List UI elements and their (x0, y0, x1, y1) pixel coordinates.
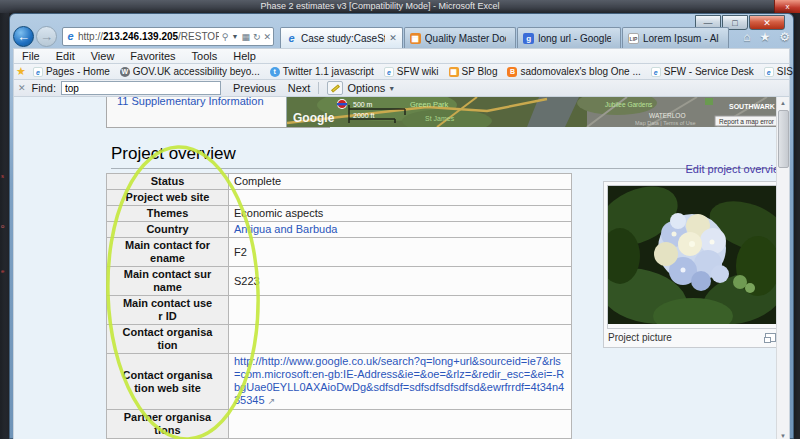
background-window-title: Phase 2 estimates v3 [Compatibility Mode… (0, 0, 760, 13)
menu-file[interactable]: File (14, 50, 48, 62)
svg-text:WATERLOO: WATERLOO (649, 112, 685, 119)
ie-doc-icon: e (764, 67, 774, 77)
svg-text:SOUTHWARK: SOUTHWARK (729, 103, 775, 110)
table-row: Project web site (107, 190, 572, 206)
ie-doc-icon: e (33, 67, 43, 77)
ie-doc-icon: e (651, 67, 661, 77)
tab-case-study[interactable]: e Case study:CaseStudy 2 - R... ✕ (280, 27, 403, 48)
svg-text:Jubilee Gardens: Jubilee Gardens (605, 101, 653, 108)
tab-bar: e Case study:CaseStudy 2 - R... ✕ ▦ Qual… (280, 27, 730, 48)
highlighter-icon (332, 84, 341, 92)
find-bar: ✕ Find: Previous Next Options ▼ (13, 79, 790, 97)
google-favicon: g (523, 33, 534, 44)
lipsum-favicon: LIP (628, 33, 639, 44)
home-icon[interactable]: ⌂ (743, 30, 750, 44)
background-window-edge: soe (0, 13, 9, 439)
menu-help[interactable]: Help (225, 50, 264, 62)
favorite-sis[interactable]: e SIS (761, 66, 796, 77)
ie-favicon: e (286, 33, 297, 44)
scroll-down-icon[interactable]: ▼ (777, 430, 789, 439)
table-row: Main contact for enameF2 (107, 238, 572, 267)
favorite-sadomovalex[interactable]: B sadomovalex's blog One ... (504, 66, 643, 77)
background-window-titlebar: Phase 2 estimates v3 [Compatibility Mode… (0, 0, 800, 13)
favorite-service-desk[interactable]: e SFW - Service Desk (648, 66, 757, 77)
favorite-govuk[interactable]: W GOV.UK accessibility beyo... (117, 66, 263, 77)
add-favorite-icon[interactable]: ★ (16, 65, 26, 78)
chevron-down-icon: ▼ (388, 85, 395, 92)
tab-lorem-ipsum[interactable]: LIP Lorem Ipsum - All the facts - L... (622, 27, 729, 48)
edit-project-overview-link[interactable]: Edit project overview (686, 163, 788, 175)
svg-text:500 m: 500 m (353, 101, 373, 108)
country-link[interactable]: Antigua and Barbuda (234, 223, 337, 235)
project-picture-frame: Project picture (603, 181, 781, 348)
table-row: CountryAntigua and Barbuda (107, 222, 572, 238)
menu-view[interactable]: View (83, 50, 123, 62)
find-previous-button[interactable]: Previous (233, 82, 276, 94)
svg-text:St James: St James (425, 115, 455, 122)
navigation-bar: ← → e http://213.246.139.205/RESTOREwiki… (13, 25, 790, 48)
table-row: StatusComplete (107, 174, 572, 190)
table-row: Contact organisa tion (107, 325, 572, 354)
forward-button[interactable]: → (36, 26, 57, 47)
map-embed[interactable]: Google 500 m 2000 ft Green Park St James… (286, 97, 788, 127)
browser-window: — □ ✕ ← → e http://213.246.139.205/RESTO… (9, 13, 794, 439)
twitter-icon: t (270, 67, 280, 77)
address-url[interactable]: http://213.246.139.205/RESTOREwiki-dev/i… (78, 31, 219, 42)
wordpress-icon: W (120, 67, 130, 77)
ie-page-icon: e (65, 31, 76, 42)
address-dropdown-icon[interactable]: ▼ (231, 33, 238, 40)
ie-doc-icon: e (384, 67, 394, 77)
external-link-icon: ↗ (268, 396, 276, 406)
picture-caption: Project picture (608, 332, 672, 343)
table-row: Main contact use r ID (107, 296, 572, 325)
favorite-sfw-wiki[interactable]: e SFW wiki (381, 66, 442, 77)
favorites-bar: ★ e Pages - Home W GOV.UK accessibility … (13, 63, 790, 79)
find-close-icon[interactable]: ✕ (18, 83, 26, 93)
project-picture-image[interactable] (608, 186, 776, 324)
background-close-icon[interactable]: x (774, 0, 800, 13)
organisation-website-link[interactable]: http://http://www.google.co.uk/search?q=… (234, 355, 564, 406)
menu-favorites[interactable]: Favorites (122, 50, 183, 62)
address-bar[interactable]: e http://213.246.139.205/RESTOREwiki-dev… (62, 27, 274, 46)
tab-close-icon[interactable]: ✕ (389, 33, 397, 43)
tools-gear-icon[interactable]: ⚙ (779, 30, 790, 44)
svg-text:2000 ft: 2000 ft (353, 112, 374, 119)
highlight-all-button[interactable] (327, 81, 343, 95)
table-row: Main contact sur nameS223 (107, 267, 572, 296)
scrollbar-thumb[interactable] (778, 110, 789, 168)
scroll-up-icon[interactable]: ▲ (777, 97, 789, 110)
stop-icon[interactable]: ✕ (263, 32, 271, 42)
project-overview-table: StatusComplete Project web site ThemesEc… (106, 173, 572, 439)
find-input[interactable] (61, 81, 221, 95)
find-label: Find: (32, 82, 56, 94)
magnify-icon[interactable] (765, 333, 776, 342)
table-row: Contact organisa tion web sitehttp://htt… (107, 354, 572, 410)
search-icon[interactable]: ⚲ (222, 32, 229, 42)
menu-bar: File Edit View Favorites Tools Help (13, 48, 790, 63)
menu-edit[interactable]: Edit (48, 50, 83, 62)
blogger-icon: B (507, 67, 517, 77)
table-row: ThemesEconomic aspects (107, 206, 572, 222)
menu-tools[interactable]: Tools (184, 50, 226, 62)
page-content: 10 Additional links and references 11 Su… (13, 97, 790, 439)
report-map-error-link: Report a map error (719, 118, 775, 126)
svg-text:Green Park: Green Park (410, 100, 449, 109)
favorites-star-icon[interactable]: ★ (759, 30, 770, 44)
favorite-twitter[interactable]: t Twitter 1.1 javascript (267, 66, 377, 77)
svg-text:Map Data | Terms of Use: Map Data | Terms of Use (635, 120, 696, 126)
map-image: Google 500 m 2000 ft Green Park St James… (287, 97, 788, 127)
sharepoint-favicon: ▦ (410, 33, 421, 44)
refresh-icon[interactable]: ↻ (253, 32, 261, 42)
tab-google-search[interactable]: g long url - Google Search (517, 27, 621, 48)
find-next-button[interactable]: Next (288, 82, 311, 94)
table-row: Partner organisa tions (107, 410, 572, 439)
sp-blog-icon: ▦ (449, 67, 459, 77)
find-options-button[interactable]: Options (347, 82, 385, 94)
back-button[interactable]: ← (13, 26, 34, 47)
svg-text:Google: Google (293, 111, 335, 125)
favorite-sp-blog[interactable]: ▦ SP Blog (446, 66, 501, 77)
tab-quality-master[interactable]: ▦ Quality Master Document Regi... (404, 27, 516, 48)
favorite-pages-home[interactable]: e Pages - Home (30, 66, 113, 77)
compatibility-view-icon[interactable]: ▦ (241, 32, 250, 42)
vertical-scrollbar[interactable]: ▲ ▼ (776, 97, 789, 439)
